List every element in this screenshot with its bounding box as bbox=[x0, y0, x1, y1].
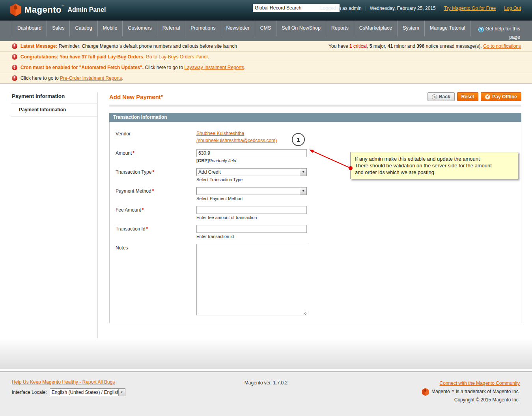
transaction-id-input[interactable] bbox=[196, 225, 307, 233]
transaction-id-note: Enter transaction id bbox=[196, 234, 307, 239]
fee-amount-label: Fee Amount bbox=[116, 207, 141, 213]
form-row-payment-method: Payment Method* ▼ Select Payment Method bbox=[116, 187, 515, 201]
nav-item-csmarketplace[interactable]: CsMarketplace bbox=[354, 21, 397, 36]
vendor-email-link[interactable]: (shubheekulshreshtha@cedcoss.com) bbox=[196, 137, 277, 144]
page-title: Add New Payment" bbox=[109, 94, 164, 100]
app-title: Magento™ bbox=[24, 5, 65, 15]
message-lead: Latest Message: bbox=[21, 43, 57, 49]
nav-item-referral[interactable]: Referral bbox=[157, 21, 185, 36]
panel-header: Transaction Information bbox=[109, 113, 521, 122]
divider bbox=[366, 6, 366, 11]
header-bar: Magento™ Admin Panel Logged in as admin … bbox=[0, 0, 532, 21]
login-status: Logged in as admin bbox=[320, 6, 362, 11]
pay-offline-button[interactable]: ✔Pay Offline bbox=[481, 92, 521, 101]
magento-logo-icon bbox=[10, 4, 21, 16]
back-button[interactable]: ◄Back bbox=[427, 92, 455, 101]
header-date: Wednesday, February 25, 2015 bbox=[370, 6, 436, 11]
dropdown-icon: ▼ bbox=[118, 389, 125, 396]
nav-item-sell-on-nowshop[interactable]: Sell On NowShop bbox=[276, 21, 326, 36]
form-row-fee-amount: Fee Amount* Enter fee amount of transact… bbox=[116, 206, 515, 220]
nav-item-sales[interactable]: Sales bbox=[47, 21, 69, 36]
warning-icon: ! bbox=[12, 54, 17, 60]
sidebar-title: Payment Information bbox=[11, 92, 97, 103]
notes-label: Notes bbox=[116, 245, 128, 251]
help-link[interactable]: ?Get help for this page bbox=[474, 25, 520, 41]
content-fade bbox=[0, 338, 532, 369]
message-row: ! Click here to go to Pre-Order Instalme… bbox=[0, 73, 532, 84]
content-area: Payment Information Payment Information … bbox=[0, 84, 532, 338]
footer-magento-logo-icon bbox=[422, 388, 429, 396]
message-row: ! Cron must be enabled for "Automated Fe… bbox=[0, 62, 532, 73]
copyright-note: Copyright © 2015 Magento Inc. bbox=[422, 396, 520, 404]
notes-textarea[interactable] bbox=[196, 244, 307, 315]
fee-amount-input[interactable] bbox=[196, 206, 307, 214]
nav-item-dashboard[interactable]: Dashboard bbox=[12, 21, 47, 36]
payment-method-select[interactable]: ▼ bbox=[196, 187, 307, 195]
sidebar-divider bbox=[97, 92, 98, 338]
reset-button[interactable]: Reset bbox=[457, 92, 479, 101]
main-panel: Add New Payment" ◄Back Reset ✔Pay Offlin… bbox=[109, 84, 521, 323]
message-row: ! Latest Message: Reminder: Change Magen… bbox=[0, 41, 532, 52]
form-row-notes: Notes bbox=[116, 244, 515, 317]
notification-messages: ! Latest Message: Reminder: Change Magen… bbox=[0, 41, 532, 84]
amount-note: [GBP]Readonly field. bbox=[196, 158, 307, 163]
interface-locale-select[interactable]: English (United States) / English▼ bbox=[50, 388, 125, 396]
warning-icon: ! bbox=[12, 75, 17, 81]
transaction-type-note: Select Transaction Type bbox=[196, 177, 307, 182]
warning-icon: ! bbox=[12, 43, 17, 49]
trademark-note: Magento™ is a trademark of Magento Inc. bbox=[431, 388, 520, 396]
footer: Help Us Keep Magento Healthy - Report Al… bbox=[0, 372, 532, 416]
nav-item-cms[interactable]: CMS bbox=[255, 21, 276, 36]
nav-item-mobile[interactable]: Mobile bbox=[97, 21, 123, 36]
vendor-link[interactable]: Shubhee Kulshreshtha bbox=[196, 130, 244, 137]
amount-label: Amount bbox=[116, 150, 132, 156]
transaction-type-label: Transaction Type bbox=[116, 169, 151, 175]
dropdown-icon: ▼ bbox=[300, 187, 306, 195]
vendor-label: Vendor bbox=[116, 131, 131, 137]
fee-amount-note: Enter fee amount of transaction bbox=[196, 215, 307, 220]
amount-input[interactable] bbox=[196, 149, 307, 157]
warning-icon: ! bbox=[12, 65, 17, 70]
help-icon: ? bbox=[478, 27, 484, 32]
nav-item-reports[interactable]: Reports bbox=[326, 21, 354, 36]
logout-link[interactable]: Log Out bbox=[504, 6, 521, 11]
app-subtitle: Admin Panel bbox=[67, 6, 106, 13]
form-row-transaction-id: Transaction Id* Enter transaction id bbox=[116, 225, 515, 239]
sidebar-item-payment-information[interactable]: Payment Information bbox=[11, 103, 97, 116]
payment-method-note: Select Payment Method bbox=[196, 196, 307, 201]
nav-item-manage-tutorial[interactable]: Manage Tutorial bbox=[424, 21, 471, 36]
message-row: ! Congratulations: You have 37 full paid… bbox=[0, 52, 532, 62]
annotation-number-badge: 1 bbox=[292, 133, 305, 146]
nav-item-catalog[interactable]: Catalog bbox=[69, 21, 97, 36]
main-nav: Dashboard Sales Catalog Mobile Customers… bbox=[0, 21, 532, 41]
payment-method-label: Payment Method bbox=[116, 188, 151, 194]
nav-item-customers[interactable]: Customers bbox=[122, 21, 157, 36]
form-row-vendor: Vendor Shubhee Kulshreshtha (shubheekuls… bbox=[116, 130, 515, 144]
content-header: Add New Payment" ◄Back Reset ✔Pay Offlin… bbox=[109, 84, 521, 107]
lay-buys-panel-link[interactable]: Go to Lay-Buys Orders Panel bbox=[146, 54, 208, 60]
divider bbox=[500, 6, 500, 11]
nav-item-newsletter[interactable]: Newsletter bbox=[221, 21, 255, 36]
brand: Magento™ Admin Panel bbox=[10, 4, 106, 16]
interface-locale-label: Interface Locale: bbox=[12, 390, 47, 395]
go-to-notifications-link[interactable]: Go to notifications bbox=[483, 43, 521, 49]
transaction-id-label: Transaction Id bbox=[116, 226, 146, 232]
nav-item-system[interactable]: System bbox=[397, 21, 424, 36]
required-mark: * bbox=[133, 150, 134, 156]
divider bbox=[440, 6, 440, 11]
notifications-summary: You have 1 critical, 5 major, 41 minor a… bbox=[329, 43, 521, 49]
annotation-arrow bbox=[304, 143, 356, 174]
back-icon: ◄ bbox=[432, 94, 437, 99]
nav-item-promotions[interactable]: Promotions bbox=[185, 21, 220, 36]
transaction-type-select[interactable]: Add Credit▼ bbox=[196, 168, 307, 176]
pay-offline-icon: ✔ bbox=[485, 94, 490, 99]
preorder-reports-link[interactable]: Pre-Order Instalment Reports bbox=[60, 75, 122, 81]
annotation-note: If any admin make this editable and upda… bbox=[350, 152, 518, 179]
community-link[interactable]: Connect with the Magento Community bbox=[440, 380, 520, 386]
sidebar: Payment Information Payment Information bbox=[11, 92, 97, 116]
try-magento-link[interactable]: Try Magento Go for Free bbox=[444, 6, 496, 11]
layaway-reports-link[interactable]: Layaway Instalment Reports bbox=[184, 65, 244, 70]
